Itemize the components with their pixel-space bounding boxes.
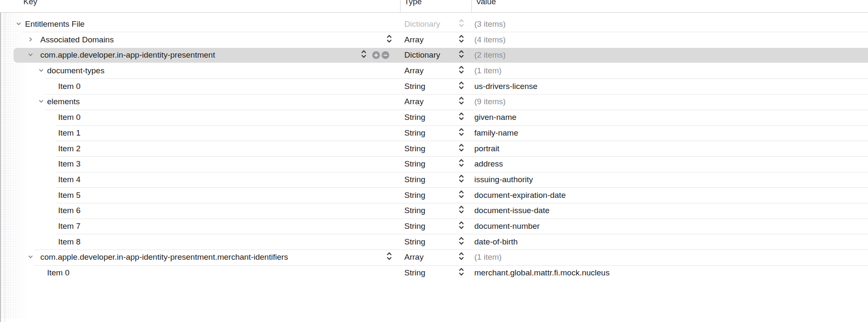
type-cell[interactable]: Array bbox=[404, 66, 423, 75]
remove-row-button[interactable] bbox=[381, 51, 389, 59]
plist-editor: Key Type Value Entitlements FileDictiona… bbox=[0, 0, 868, 322]
type-stepper-icon[interactable] bbox=[458, 95, 465, 108]
key-stepper-icon[interactable] bbox=[361, 49, 367, 62]
disclosure-down-icon[interactable] bbox=[38, 66, 44, 75]
plist-row[interactable]: Item 2Stringportrait bbox=[0, 141, 868, 156]
type-cell[interactable]: String bbox=[404, 206, 426, 215]
type-stepper-icon[interactable] bbox=[458, 158, 465, 171]
type-cell[interactable]: Array bbox=[404, 35, 423, 44]
key-cell[interactable]: Associated Domains bbox=[40, 35, 114, 44]
key-cell[interactable]: Item 8 bbox=[58, 237, 81, 247]
value-cell[interactable]: date-of-birth bbox=[474, 237, 518, 247]
key-cell[interactable]: elements bbox=[47, 97, 80, 106]
key-cell[interactable]: Item 1 bbox=[58, 128, 81, 138]
type-stepper-icon[interactable] bbox=[458, 111, 465, 124]
type-cell[interactable]: Dictionary bbox=[404, 50, 440, 60]
disclosure-down-icon[interactable] bbox=[28, 253, 34, 262]
key-cell[interactable]: Item 6 bbox=[58, 206, 81, 215]
key-cell[interactable]: Item 4 bbox=[58, 175, 81, 184]
type-cell[interactable]: String bbox=[404, 191, 426, 200]
value-cell[interactable]: merchant.global.mattr.fi.mock.nucleus bbox=[474, 268, 610, 278]
type-cell[interactable]: Array bbox=[404, 97, 423, 106]
value-cell[interactable]: issuing-authority bbox=[474, 175, 533, 184]
plist-row[interactable]: Item 7Stringdocument-number bbox=[0, 219, 868, 234]
value-cell[interactable]: document-expiration-date bbox=[474, 191, 566, 200]
disclosure-down-icon[interactable] bbox=[38, 97, 44, 106]
key-cell[interactable]: document-types bbox=[47, 66, 104, 75]
type-cell[interactable]: String bbox=[404, 268, 426, 278]
value-cell[interactable]: (1 item) bbox=[474, 66, 501, 75]
type-stepper-icon[interactable] bbox=[458, 220, 465, 233]
key-cell[interactable]: Item 0 bbox=[58, 113, 81, 122]
type-cell[interactable]: String bbox=[404, 159, 426, 169]
plist-row[interactable]: com.apple.developer.in-app-identity-pres… bbox=[0, 250, 868, 265]
plist-row[interactable]: Item 3Stringaddress bbox=[0, 156, 868, 172]
add-row-button[interactable] bbox=[372, 51, 380, 59]
type-stepper-icon[interactable] bbox=[458, 33, 465, 46]
key-cell[interactable]: com.apple.developer.in-app-identity-pres… bbox=[40, 50, 215, 60]
key-cell[interactable]: Item 3 bbox=[58, 159, 81, 169]
type-stepper-icon[interactable] bbox=[458, 64, 465, 78]
value-cell[interactable]: portrait bbox=[474, 144, 499, 153]
disclosure-down-icon[interactable] bbox=[16, 19, 22, 29]
value-cell[interactable]: given-name bbox=[474, 113, 516, 122]
plist-row[interactable]: Associated DomainsArray(4 items) bbox=[0, 32, 868, 47]
key-cell[interactable]: Item 0 bbox=[47, 268, 70, 278]
value-cell[interactable]: document-issue-date bbox=[474, 206, 549, 215]
type-cell[interactable]: String bbox=[404, 113, 426, 122]
key-stepper-icon[interactable] bbox=[386, 33, 392, 46]
value-cell[interactable]: document-number bbox=[474, 222, 540, 231]
key-cell[interactable]: Item 7 bbox=[58, 222, 81, 231]
type-stepper-icon[interactable] bbox=[458, 80, 465, 93]
plist-row[interactable]: Item 6Stringdocument-issue-date bbox=[0, 203, 868, 219]
value-cell[interactable]: address bbox=[474, 159, 503, 169]
disclosure-right-icon[interactable] bbox=[28, 35, 34, 44]
plist-row[interactable]: Entitlements FileDictionary(3 items) bbox=[0, 17, 868, 32]
key-stepper-icon[interactable] bbox=[386, 251, 392, 264]
outline-rows: Entitlements FileDictionary(3 items)Asso… bbox=[0, 0, 868, 322]
type-cell[interactable]: String bbox=[404, 222, 426, 231]
type-cell[interactable]: String bbox=[404, 128, 426, 138]
type-cell[interactable]: String bbox=[404, 175, 426, 184]
value-cell[interactable]: (2 items) bbox=[474, 50, 506, 60]
key-cell[interactable]: com.apple.developer.in-app-identity-pres… bbox=[40, 253, 288, 262]
type-cell[interactable]: String bbox=[404, 82, 426, 91]
plist-row[interactable]: document-typesArray(1 item) bbox=[0, 63, 868, 79]
type-stepper-icon[interactable] bbox=[458, 251, 465, 264]
key-cell[interactable]: Item 0 bbox=[58, 82, 81, 91]
type-stepper-icon[interactable] bbox=[458, 17, 465, 31]
type-stepper-icon[interactable] bbox=[458, 49, 465, 62]
type-cell[interactable]: Array bbox=[404, 253, 423, 262]
plist-row[interactable]: Item 5Stringdocument-expiration-date bbox=[0, 187, 868, 203]
plist-row[interactable]: com.apple.developer.in-app-identity-pres… bbox=[0, 47, 868, 63]
type-stepper-icon[interactable] bbox=[458, 235, 465, 248]
plist-row[interactable]: Item 8Stringdate-of-birth bbox=[0, 234, 868, 250]
type-stepper-icon[interactable] bbox=[458, 142, 465, 155]
value-cell[interactable]: (9 items) bbox=[474, 97, 506, 106]
type-stepper-icon[interactable] bbox=[458, 204, 465, 217]
type-stepper-icon[interactable] bbox=[458, 189, 465, 202]
type-stepper-icon[interactable] bbox=[458, 126, 465, 139]
disclosure-down-icon[interactable] bbox=[28, 50, 34, 60]
type-cell[interactable]: String bbox=[404, 237, 426, 247]
plist-row[interactable]: Item 0Stringgiven-name bbox=[0, 110, 868, 125]
key-cell[interactable]: Entitlements File bbox=[25, 19, 84, 29]
value-cell[interactable]: (1 item) bbox=[474, 253, 501, 262]
type-stepper-icon[interactable] bbox=[458, 173, 465, 186]
plist-row[interactable]: Item 4Stringissuing-authority bbox=[0, 172, 868, 188]
plist-row[interactable]: Item 1Stringfamily-name bbox=[0, 125, 868, 141]
value-cell[interactable]: (4 items) bbox=[474, 35, 506, 44]
value-cell[interactable]: us-drivers-license bbox=[474, 82, 538, 91]
key-cell[interactable]: Item 5 bbox=[58, 191, 81, 200]
plist-row[interactable]: Item 0Stringus-drivers-license bbox=[0, 78, 868, 94]
plist-row[interactable]: Item 0Stringmerchant.global.mattr.fi.moc… bbox=[0, 265, 868, 281]
plist-row[interactable]: elementsArray(9 items) bbox=[0, 94, 868, 110]
type-stepper-icon[interactable] bbox=[458, 266, 465, 280]
type-cell[interactable]: Dictionary bbox=[404, 19, 440, 29]
type-cell[interactable]: String bbox=[404, 144, 426, 153]
key-cell[interactable]: Item 2 bbox=[58, 144, 81, 153]
value-cell[interactable]: (3 items) bbox=[474, 19, 506, 29]
value-cell[interactable]: family-name bbox=[474, 128, 518, 138]
